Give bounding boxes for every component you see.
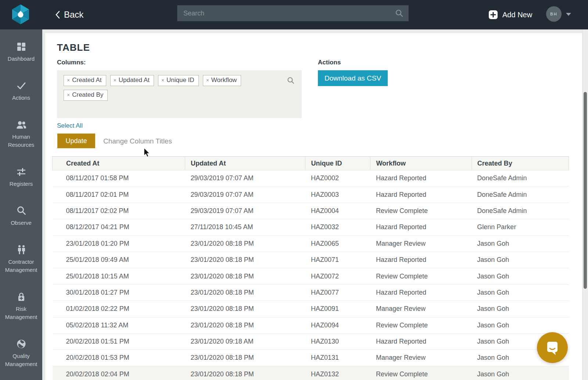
cell-created-at: 08/11/2017 02:01 PM xyxy=(53,187,185,203)
selected-column-chips: ×Created At×Updated At×Unique ID×Workflo… xyxy=(64,75,285,101)
search-icon[interactable] xyxy=(395,9,403,17)
table-header-row: Created AtUpdated AtUnique IDWorkflowCre… xyxy=(53,157,569,170)
cell-created-by: DoneSafe Admin xyxy=(472,170,569,187)
column-header-unique-id: Unique ID xyxy=(305,157,370,170)
people-icon xyxy=(16,119,27,130)
cell-workflow: Review Complete xyxy=(370,203,472,219)
cell-updated-at: 29/03/2019 07:07 AM xyxy=(185,187,305,203)
cell-updated-at: 23/01/2020 08:18 PM xyxy=(185,350,305,366)
change-column-titles-link[interactable]: Change Column Titles xyxy=(103,137,172,145)
user-menu-caret-icon[interactable] xyxy=(566,13,571,16)
table-row[interactable]: 20/02/2018 01:51 PM23/01/2020 09:18 AMHA… xyxy=(53,333,569,349)
table-row[interactable]: 01/02/2018 02:22 PM23/01/2020 08:18 PMHA… xyxy=(53,301,569,317)
cell-workflow: Hazard Reported xyxy=(370,219,472,235)
columns-label: Columns: xyxy=(57,59,86,66)
sidebar-item-risk-management[interactable]: Risk Management xyxy=(0,291,42,321)
cell-unique-id: HAZ0072 xyxy=(305,268,370,284)
cell-unique-id: HAZ0131 xyxy=(305,350,370,366)
cell-workflow: Hazard Reported xyxy=(370,284,472,301)
actions-label: Actions xyxy=(318,59,341,66)
cell-updated-at: 23/01/2020 08:18 PM xyxy=(185,252,305,268)
sidebar-item-quality-management[interactable]: Quality Management xyxy=(0,338,42,368)
table-row[interactable]: 23/01/2018 01:20 PM23/01/2020 08:18 PMHA… xyxy=(53,235,569,252)
cell-created-at: 08/12/2017 04:21 PM xyxy=(53,219,185,235)
cell-updated-at: 23/01/2020 09:18 AM xyxy=(185,333,305,349)
table-row[interactable]: 30/01/2018 01:27 PM23/01/2020 08:18 PMHA… xyxy=(53,284,569,301)
chat-widget-button[interactable] xyxy=(537,332,568,363)
sidebar-item-label: Quality Management xyxy=(0,352,42,368)
vertical-scrollbar-thumb[interactable] xyxy=(584,92,587,289)
select-all-link[interactable]: Select All xyxy=(57,122,83,129)
sidebar-item-observe[interactable]: Observe xyxy=(0,205,42,227)
sidebar-item-dashboard[interactable]: Dashboard xyxy=(0,41,42,63)
cell-unique-id: HAZ0094 xyxy=(305,317,370,333)
remove-chip-icon[interactable]: × xyxy=(161,78,164,83)
cell-workflow: Manager Review xyxy=(370,235,472,252)
sidebar-item-human-resources[interactable]: Human Resources xyxy=(0,119,42,149)
column-chip-created-by[interactable]: ×Created By xyxy=(64,90,108,101)
dashboard-grid-icon xyxy=(16,41,26,52)
cell-created-by: Jason Goh xyxy=(472,301,569,317)
table-row[interactable]: 08/12/2017 04:21 PM27/11/2018 10:45 AMHA… xyxy=(53,219,569,235)
chip-label: Created By xyxy=(72,91,103,99)
search-icon xyxy=(16,205,26,216)
cell-created-at: 05/02/2018 11:32 AM xyxy=(53,317,185,333)
cell-unique-id: HAZ0002 xyxy=(305,170,370,187)
sidebar-item-registers[interactable]: Registers xyxy=(0,166,42,188)
table-row[interactable]: 25/01/2018 10:15 AM23/01/2020 08:18 PMHA… xyxy=(53,268,569,284)
cell-created-by: DoneSafe Admin xyxy=(472,187,569,203)
column-header-created-by: Created By xyxy=(472,157,569,170)
cell-created-by: Jason Goh xyxy=(472,366,569,380)
table-row[interactable]: 05/02/2018 11:32 AM23/01/2020 08:18 PMHA… xyxy=(53,317,569,333)
column-chip-workflow[interactable]: ×Workflow xyxy=(203,75,241,86)
column-chip-unique-id[interactable]: ×Unique ID xyxy=(158,75,199,86)
cell-unique-id: HAZ0130 xyxy=(305,333,370,349)
sliders-icon xyxy=(16,166,26,177)
download-csv-button[interactable]: Download as CSV xyxy=(318,70,388,86)
cell-workflow: Review Complete xyxy=(370,366,472,380)
remove-chip-icon[interactable]: × xyxy=(206,78,209,83)
cell-workflow: Manager Review xyxy=(370,350,472,366)
two-persons-icon xyxy=(16,244,26,255)
update-button[interactable]: Update xyxy=(57,134,95,148)
top-navbar: Back Add New BH xyxy=(0,0,588,29)
cell-updated-at: 23/01/2020 08:18 PM xyxy=(185,366,305,380)
back-button[interactable]: Back xyxy=(55,0,83,29)
table-row[interactable]: 08/11/2017 02:02 PM29/03/2019 07:07 AMHA… xyxy=(53,203,569,219)
column-chip-updated-at[interactable]: ×Updated At xyxy=(110,75,154,86)
cell-workflow: Hazard Reported xyxy=(370,187,472,203)
cell-created-at: 08/11/2017 02:02 PM xyxy=(53,203,185,219)
search-input[interactable] xyxy=(178,6,395,21)
column-header-workflow: Workflow xyxy=(370,157,472,170)
cell-unique-id: HAZ0077 xyxy=(305,284,370,301)
checkmark-icon xyxy=(16,80,26,91)
cell-updated-at: 29/03/2019 07:07 AM xyxy=(185,203,305,219)
table-row[interactable]: 08/11/2017 02:01 PM29/03/2019 07:07 AMHA… xyxy=(53,187,569,203)
cell-unique-id: HAZ0003 xyxy=(305,187,370,203)
remove-chip-icon[interactable]: × xyxy=(67,78,70,83)
add-new-button[interactable]: Add New xyxy=(489,0,532,29)
table-row[interactable]: 25/01/2018 09:49 AM23/01/2020 08:18 PMHA… xyxy=(53,252,569,268)
vertical-scrollbar-track[interactable] xyxy=(582,29,588,380)
column-chip-created-at[interactable]: ×Created At xyxy=(64,75,106,86)
column-header-created-at: Created At xyxy=(53,157,185,170)
records-table: Created AtUpdated AtUnique IDWorkflowCre… xyxy=(52,156,569,380)
cell-updated-at: 23/01/2020 08:18 PM xyxy=(185,301,305,317)
app-logo-icon[interactable] xyxy=(11,4,30,25)
remove-chip-icon[interactable]: × xyxy=(114,78,116,83)
sidebar-item-label: Actions xyxy=(12,94,30,102)
sidebar-item-actions[interactable]: Actions xyxy=(0,80,42,102)
cell-updated-at: 27/11/2018 10:45 AM xyxy=(185,219,305,235)
table-row[interactable]: 08/11/2017 01:58 PM29/03/2019 07:07 AMHA… xyxy=(53,170,569,187)
table-row[interactable]: 20/02/2018 01:53 PM23/01/2020 08:18 PMHA… xyxy=(53,350,569,366)
cell-created-at: 20/02/2018 01:53 PM xyxy=(53,350,185,366)
columns-multiselect[interactable]: ×Created At×Updated At×Unique ID×Workflo… xyxy=(57,70,302,118)
table-row[interactable]: 20/02/2018 02:04 PM23/01/2020 08:18 PMHA… xyxy=(53,366,569,380)
sidebar-item-contractor-management[interactable]: Contractor Management xyxy=(0,244,42,274)
remove-chip-icon[interactable]: × xyxy=(67,92,70,97)
user-avatar[interactable]: BH xyxy=(546,6,562,22)
cell-unique-id: HAZ0132 xyxy=(305,366,370,380)
cell-created-at: 20/02/2018 01:51 PM xyxy=(53,333,185,349)
cell-created-by: Jason Goh xyxy=(472,317,569,333)
chat-bubble-icon xyxy=(545,340,560,356)
